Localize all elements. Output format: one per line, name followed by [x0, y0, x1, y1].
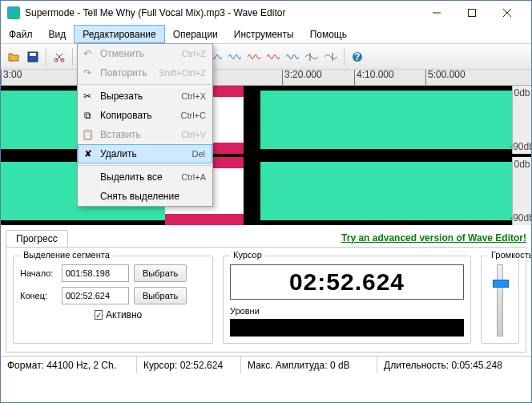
ruler-tick: 3:00: [1, 70, 22, 85]
db-scale: 0db-90db: [512, 86, 531, 154]
fx-3-button[interactable]: [225, 47, 244, 66]
segment-legend: Выделение сегмента: [20, 250, 113, 260]
segment-group: Выделение сегмента Начало: Выбрать Конец…: [13, 256, 213, 344]
end-select-button[interactable]: Выбрать: [134, 287, 187, 304]
paste-icon: 📋: [81, 128, 94, 141]
menu-file[interactable]: Файл: [1, 25, 41, 43]
ruler-tick: 5:00.000: [425, 70, 466, 85]
scissors-icon: ✂: [81, 90, 94, 103]
help-button[interactable]: ?: [348, 47, 367, 66]
status-amplitude: Макс. Амплитуда: 0 dB: [241, 357, 377, 373]
fx-4-button[interactable]: [244, 47, 264, 66]
upgrade-link[interactable]: Try an advanced version of Wave Editor!: [341, 232, 526, 244]
end-input[interactable]: [62, 287, 129, 304]
minimize-button[interactable]: [419, 2, 454, 24]
levels-label: Уровни: [230, 306, 464, 316]
status-cursor: Курсор: 02:52.624: [137, 357, 241, 373]
ruler-tick: 3:20.000: [282, 70, 322, 85]
status-length: Длительность: 0:05:45.248: [377, 357, 531, 373]
menu-view[interactable]: Вид: [41, 25, 75, 43]
volume-thumb[interactable]: [493, 280, 509, 288]
menu-edit[interactable]: Редактирование: [74, 25, 164, 43]
save-button[interactable]: [23, 47, 42, 66]
menu-item-undo[interactable]: ↶ Отменить Ctrl+Z: [78, 44, 212, 63]
start-input[interactable]: [62, 264, 129, 282]
svg-text:?: ?: [354, 51, 360, 62]
copy-icon: ⧉: [81, 109, 94, 122]
cursor-display: 02:52.624: [230, 264, 464, 300]
svg-rect-0: [469, 10, 476, 17]
volume-group: Громкость: [481, 256, 519, 344]
open-button[interactable]: [4, 47, 23, 66]
menu-item-redo[interactable]: ↷ Повторить Shift+Ctrl+Z: [78, 63, 212, 83]
menu-item-paste[interactable]: 📋 Вставить Ctrl+V: [78, 125, 212, 144]
menubar: Файл Вид Редактирование Операции Инструм…: [1, 25, 531, 44]
menu-help[interactable]: Помощь: [302, 25, 355, 43]
ruler-tick: 4:10.000: [354, 70, 394, 85]
statusbar: Формат: 44100 Hz, 2 Ch. Курсор: 02:52.62…: [1, 356, 531, 373]
active-checkbox[interactable]: ✓Активно: [95, 309, 131, 320]
cursor-legend: Курсор: [230, 250, 265, 260]
status-format: Формат: 44100 Hz, 2 Ch.: [1, 357, 137, 373]
fx-6-button[interactable]: [283, 47, 302, 66]
redo-icon: ↷: [81, 66, 94, 79]
fx-5-button[interactable]: [264, 47, 283, 66]
end-label: Конец:: [20, 291, 57, 300]
window-title: Supermode - Tell Me Why (Full Vocal Mix)…: [25, 7, 419, 18]
start-label: Начало:: [20, 268, 57, 278]
svg-rect-2: [30, 53, 36, 56]
menu-item-select-all[interactable]: Выделить все Ctrl+A: [78, 167, 212, 187]
titlebar: Supermode - Tell Me Why (Full Vocal Mix)…: [1, 1, 531, 25]
maximize-button[interactable]: [454, 2, 490, 24]
undo-icon: ↶: [81, 47, 94, 60]
volume-legend: Громкость: [488, 250, 532, 260]
bottom-panel: Прогресс Try an advanced version of Wave…: [1, 225, 531, 356]
menu-tools[interactable]: Инструменты: [226, 25, 302, 43]
volume-slider[interactable]: [497, 264, 503, 337]
menu-operations[interactable]: Операции: [165, 25, 226, 43]
fx-7-button[interactable]: [302, 47, 321, 66]
cursor-group: Курсор 02:52.624 Уровни: [223, 256, 471, 344]
menu-item-delete[interactable]: ✘ Удалить Del: [78, 144, 212, 163]
start-select-button[interactable]: Выбрать: [134, 264, 187, 282]
menu-item-cut[interactable]: ✂ Вырезать Ctrl+X: [78, 87, 212, 106]
delete-icon: ✘: [82, 147, 95, 160]
menu-item-copy[interactable]: ⧉ Копировать Ctrl+C: [78, 106, 212, 125]
db-scale: 0db-90db: [512, 157, 531, 225]
levels-meter: [230, 319, 464, 337]
edit-dropdown: ↶ Отменить Ctrl+Z ↷ Повторить Shift+Ctrl…: [77, 43, 213, 207]
close-button[interactable]: [490, 2, 525, 24]
fx-8-button[interactable]: [321, 47, 341, 66]
tab-bar: Прогресс Try an advanced version of Wave…: [6, 228, 526, 248]
tab-progress[interactable]: Прогресс: [6, 230, 68, 247]
app-icon: [7, 6, 20, 19]
menu-item-deselect[interactable]: Снять выделение: [78, 187, 212, 206]
cut-button[interactable]: [50, 47, 69, 66]
